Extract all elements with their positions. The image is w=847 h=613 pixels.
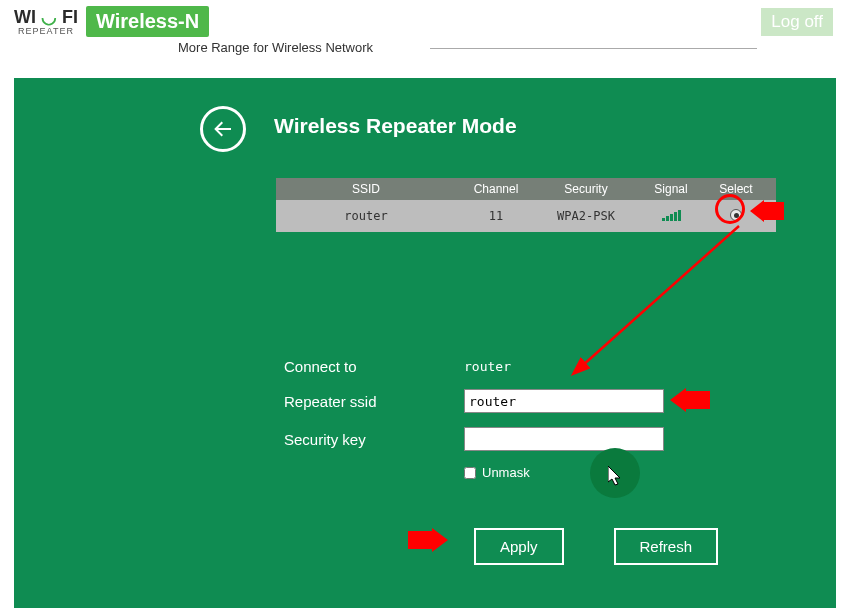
- col-header-ssid: SSID: [276, 182, 456, 196]
- col-header-select: Select: [706, 182, 766, 196]
- page-title: Wireless Repeater Mode: [274, 114, 517, 138]
- logo-block: WI ◡ FI REPEATER Wireless-N: [14, 6, 209, 37]
- logoff-button[interactable]: Log off: [761, 8, 833, 36]
- network-table: SSID Channel Security Signal Select rout…: [276, 178, 776, 232]
- repeater-ssid-input[interactable]: [464, 389, 664, 413]
- cell-security: WPA2-PSK: [536, 209, 636, 223]
- signal-icon: [662, 209, 681, 221]
- config-form: Connect to router Repeater ssid Security…: [284, 358, 764, 480]
- tagline: More Range for Wireless Network: [178, 40, 373, 55]
- connect-to-value: router: [464, 359, 511, 374]
- security-key-label: Security key: [284, 431, 464, 448]
- apply-button[interactable]: Apply: [474, 528, 564, 565]
- connect-to-label: Connect to: [284, 358, 464, 375]
- table-row[interactable]: router 11 WPA2-PSK: [276, 200, 776, 232]
- cell-select: [706, 209, 766, 224]
- select-radio[interactable]: [730, 209, 742, 221]
- security-key-input[interactable]: [464, 427, 664, 451]
- cell-signal: [636, 209, 706, 224]
- wifi-logo: WI ◡ FI REPEATER: [14, 8, 78, 36]
- refresh-button[interactable]: Refresh: [614, 528, 719, 565]
- annotation-long-arrow-icon: [564, 218, 754, 378]
- header-divider: [430, 48, 757, 49]
- main-panel: Wireless Repeater Mode SSID Channel Secu…: [14, 78, 836, 608]
- cell-channel: 11: [456, 209, 536, 223]
- arrow-left-icon: [211, 117, 235, 141]
- back-button[interactable]: [200, 106, 246, 152]
- svg-line-3: [582, 226, 739, 366]
- col-header-signal: Signal: [636, 182, 706, 196]
- network-table-header: SSID Channel Security Signal Select: [276, 178, 776, 200]
- unmask-checkbox[interactable]: [464, 467, 476, 479]
- svg-marker-2: [408, 528, 448, 552]
- button-row: Apply Refresh: [474, 528, 718, 565]
- col-header-security: Security: [536, 182, 636, 196]
- annotation-arrow-icon: [408, 528, 448, 552]
- brand-badge: Wireless-N: [86, 6, 209, 37]
- logo-subtext: REPEATER: [14, 26, 78, 36]
- col-header-channel: Channel: [456, 182, 536, 196]
- unmask-label: Unmask: [482, 465, 530, 480]
- repeater-ssid-label: Repeater ssid: [284, 393, 464, 410]
- cell-ssid: router: [276, 209, 456, 223]
- app-header: WI ◡ FI REPEATER Wireless-N More Range f…: [0, 0, 847, 37]
